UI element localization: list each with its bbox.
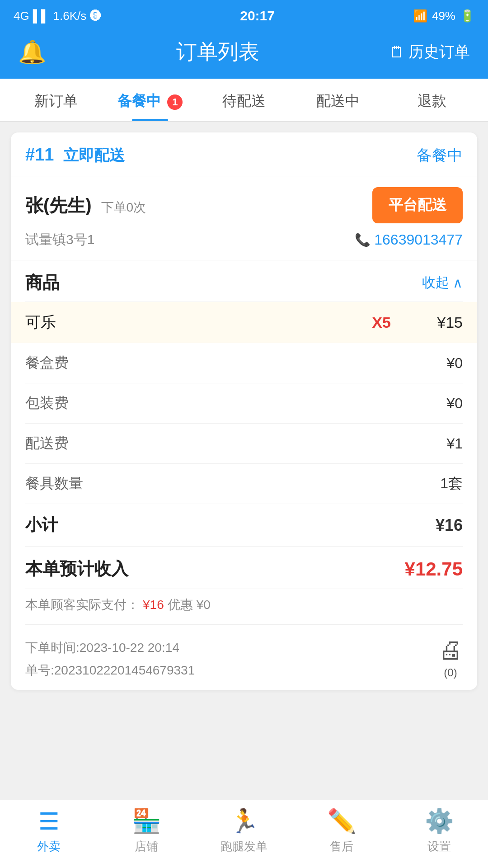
subtotal-value: ¥16 xyxy=(436,516,463,535)
order-id: #11 xyxy=(25,145,54,164)
status-bar: 4G ▌▌ 1.6K/s 🅢 20:17 📶 49% 🔋 xyxy=(0,0,488,29)
products-title: 商品 xyxy=(25,271,60,294)
customer-order-count: 下单0次 xyxy=(101,200,146,214)
payment-prefix: 本单顾客实际支付： xyxy=(25,596,139,613)
order-number: 单号:20231022201454679331 xyxy=(25,662,195,679)
tab-waiting-delivery[interactable]: 待配送 xyxy=(197,79,291,121)
customer-section: 张(先生) 下单0次 平台配送 试量镇3号1 📞 16639013477 xyxy=(11,176,477,260)
order-card: #11 立即配送 备餐中 张(先生) 下单0次 平台配送 试量镇3号1 📞 16… xyxy=(11,132,477,690)
runner-label: 跑腿发单 xyxy=(221,839,267,854)
fee-value-packaging: ¥0 xyxy=(446,395,463,412)
fee-row-packaging: 包装费 ¥0 xyxy=(25,383,463,424)
customer-name: 张(先生) xyxy=(25,195,92,215)
product-item-cola: 可乐 X5 ¥15 xyxy=(11,302,477,343)
fee-label-box: 餐盒费 xyxy=(25,353,69,373)
phone-icon: 📞 xyxy=(355,232,371,247)
fee-row-utensils: 餐具数量 1套 xyxy=(25,464,463,504)
shop-icon: 🏪 xyxy=(132,807,161,835)
header-title: 订单列表 xyxy=(176,38,259,66)
payment-discount-value: ¥0 xyxy=(197,598,211,612)
payment-amount: ¥16 xyxy=(143,598,164,612)
history-label: 历史订单 xyxy=(408,42,470,62)
order-time: 下单时间:2023-10-22 20:14 xyxy=(25,639,195,656)
print-button[interactable]: 🖨 (0) xyxy=(438,636,463,679)
takeout-label: 外卖 xyxy=(37,839,61,854)
signal-bars: ▌▌ xyxy=(33,9,50,23)
status-left: 4G ▌▌ 1.6K/s 🅢 xyxy=(14,9,102,23)
order-type: 立即配送 xyxy=(63,146,125,164)
product-quantity: X5 xyxy=(354,314,408,331)
takeout-icon: ☰ xyxy=(38,808,60,835)
platform-delivery-button[interactable]: 平台配送 xyxy=(372,187,463,223)
history-orders-button[interactable]: 🗒 历史订单 xyxy=(389,42,470,62)
network-speed: 1.6K/s xyxy=(53,9,87,23)
customer-info: 张(先生) 下单0次 xyxy=(25,193,146,218)
payment-discount-label: 优惠 xyxy=(168,596,193,613)
aftersale-label: 售后 xyxy=(330,839,353,854)
wifi-icon: 📶 xyxy=(413,9,427,23)
fee-label-packaging: 包装费 xyxy=(25,393,69,413)
fee-value-delivery: ¥1 xyxy=(446,435,463,452)
tab-preparing-label: 备餐中 xyxy=(117,93,161,109)
collapse-label: 收起 xyxy=(422,274,449,292)
collapse-icon: ∧ xyxy=(453,275,463,291)
nav-runner[interactable]: 🏃 跑腿发单 xyxy=(208,807,280,854)
customer-row: 张(先生) 下单0次 平台配送 xyxy=(25,187,463,223)
runner-icon: 🏃 xyxy=(230,807,259,835)
customer-phone: 16639013477 xyxy=(374,231,463,248)
fee-row-delivery: 配送费 ¥1 xyxy=(25,424,463,464)
status-time: 20:17 xyxy=(240,8,275,24)
fee-value-box: ¥0 xyxy=(446,355,463,372)
payment-info-row: 本单顾客实际支付： ¥16 优惠 ¥0 xyxy=(25,589,463,625)
customer-address: 试量镇3号1 xyxy=(25,231,94,249)
phone-row[interactable]: 📞 16639013477 xyxy=(355,231,463,248)
shop-label: 店铺 xyxy=(135,839,158,854)
app-header: 🔔 订单列表 🗒 历史订单 xyxy=(0,29,488,79)
settings-label: 设置 xyxy=(427,839,451,854)
order-status: 备餐中 xyxy=(417,145,463,166)
income-label: 本单预计收入 xyxy=(25,557,128,580)
battery-icon: 🔋 xyxy=(460,9,474,23)
settings-icon: ⚙️ xyxy=(425,807,454,835)
product-price: ¥15 xyxy=(408,314,463,331)
products-header: 商品 收起 ∧ xyxy=(25,260,463,302)
bottom-navigation: ☰ 外卖 🏪 店铺 🏃 跑腿发单 ✏️ 售后 ⚙️ 设置 xyxy=(0,800,488,868)
order-meta: 下单时间:2023-10-22 20:14 单号:202310222014546… xyxy=(25,625,463,690)
fee-label-delivery: 配送费 xyxy=(25,434,69,453)
tab-new-order-label: 新订单 xyxy=(34,93,78,109)
nav-aftersale[interactable]: ✏️ 售后 xyxy=(305,807,378,854)
tab-bar: 新订单 备餐中 1 待配送 配送中 退款 xyxy=(0,79,488,122)
nav-settings[interactable]: ⚙️ 设置 xyxy=(403,807,475,854)
sim-icon: 🅢 xyxy=(90,9,102,23)
fee-label-utensils: 餐具数量 xyxy=(25,474,83,494)
signal-text: 4G xyxy=(14,9,29,23)
main-content: #11 立即配送 备餐中 张(先生) 下单0次 平台配送 试量镇3号1 📞 16… xyxy=(0,122,488,701)
tab-waiting-label: 待配送 xyxy=(222,93,266,109)
aftersale-icon: ✏️ xyxy=(327,807,357,835)
tab-refund-label: 退款 xyxy=(418,93,446,109)
status-right: 📶 49% 🔋 xyxy=(413,9,474,23)
address-row: 试量镇3号1 📞 16639013477 xyxy=(25,231,463,249)
tab-delivering-label: 配送中 xyxy=(316,93,360,109)
tab-preparing-badge: 1 xyxy=(167,94,183,110)
nav-takeout[interactable]: ☰ 外卖 xyxy=(13,808,85,854)
meta-info: 下单时间:2023-10-22 20:14 单号:202310222014546… xyxy=(25,639,195,679)
tab-new-order[interactable]: 新订单 xyxy=(9,79,103,121)
nav-shop[interactable]: 🏪 店铺 xyxy=(110,807,183,854)
tab-preparing[interactable]: 备餐中 1 xyxy=(103,79,197,121)
subtotal-label: 小计 xyxy=(25,514,58,536)
tab-refund[interactable]: 退款 xyxy=(385,79,479,121)
income-value: ¥12.75 xyxy=(405,558,463,580)
notification-bell[interactable]: 🔔 xyxy=(18,39,46,65)
history-icon: 🗒 xyxy=(389,43,405,61)
fee-row-box: 餐盒费 ¥0 xyxy=(25,343,463,383)
tab-delivering[interactable]: 配送中 xyxy=(291,79,385,121)
income-row: 本单预计收入 ¥12.75 xyxy=(25,547,463,589)
fee-value-utensils: 1套 xyxy=(440,474,463,494)
order-id-type: #11 立即配送 xyxy=(25,145,125,166)
collapse-button[interactable]: 收起 ∧ xyxy=(422,274,463,292)
print-icon: 🖨 xyxy=(438,636,463,664)
print-count: (0) xyxy=(444,666,457,679)
subtotal-row: 小计 ¥16 xyxy=(25,504,463,547)
product-name: 可乐 xyxy=(25,312,354,333)
